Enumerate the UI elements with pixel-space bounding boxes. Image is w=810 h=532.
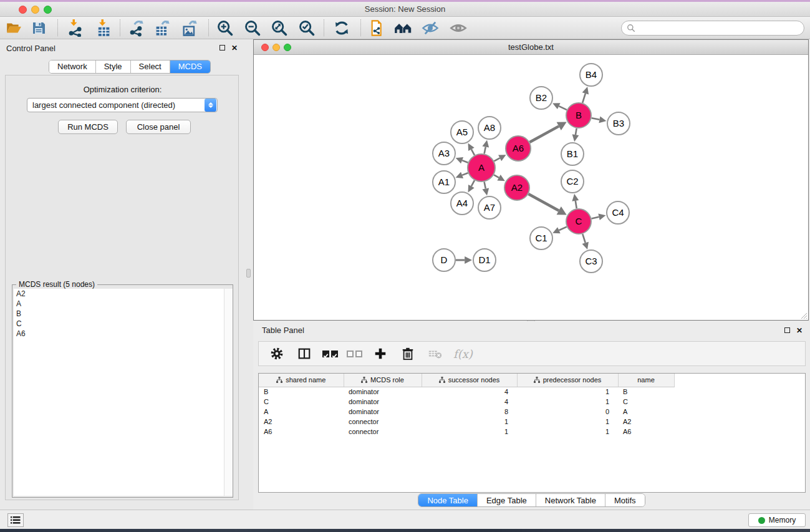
splitter-handle-vertical[interactable]: [246, 269, 251, 278]
graph-edge[interactable]: [591, 217, 599, 219]
show-panel-button[interactable]: [448, 17, 469, 39]
network-minimize-button[interactable]: [272, 44, 280, 51]
graph-edge[interactable]: [471, 149, 475, 155]
network-window-titlebar[interactable]: testGlobe.txt: [254, 40, 808, 55]
graph-edge[interactable]: [592, 118, 600, 120]
mcds-result-item[interactable]: A6: [14, 329, 224, 339]
show-columns-button[interactable]: [295, 344, 314, 363]
delete-table-button[interactable]: [426, 344, 445, 363]
memory-status-icon: [758, 517, 765, 524]
apply-function-button[interactable]: f(x): [453, 347, 473, 360]
graph-edge[interactable]: [559, 106, 567, 110]
hide-panels-button[interactable]: [420, 17, 441, 39]
tab-node-table[interactable]: Node Table: [418, 494, 478, 506]
column-header-shared-name[interactable]: shared name: [259, 374, 344, 387]
import-table-button[interactable]: [93, 17, 114, 39]
add-column-button[interactable]: [371, 344, 390, 363]
graph-node-label: A1: [438, 177, 450, 187]
tab-mcds[interactable]: MCDS: [170, 60, 210, 73]
column-header-mcds-role[interactable]: MCDS role: [344, 374, 422, 387]
network-from-file-button[interactable]: [367, 17, 388, 39]
search-input[interactable]: [635, 22, 804, 34]
search-box[interactable]: [621, 21, 804, 36]
zoom-out-icon: [244, 19, 261, 37]
toolbar-separator: [57, 19, 58, 36]
mcds-result-list[interactable]: A2ABCA6: [14, 289, 224, 496]
table-settings-button[interactable]: [268, 344, 286, 363]
plus-icon: [374, 347, 387, 360]
graph-edge[interactable]: [582, 234, 585, 243]
mcds-result-group: MCDS result (5 nodes) A2ABCA6: [12, 284, 233, 498]
zoom-selected-button[interactable]: [296, 17, 317, 39]
zoom-fit-button[interactable]: [269, 17, 290, 39]
tab-network-table[interactable]: Network Table: [536, 494, 605, 506]
table-row[interactable]: C dominator 4 1 C: [259, 397, 674, 407]
show-log-button[interactable]: [7, 513, 24, 527]
float-table-panel-icon[interactable]: [784, 327, 790, 333]
run-mcds-button[interactable]: Run MCDS: [58, 120, 118, 134]
table-row[interactable]: A2 connector 1 1 A2: [259, 417, 674, 427]
minimize-window-button[interactable]: [31, 6, 39, 14]
graph-node-label: B1: [567, 148, 578, 159]
close-panel-button[interactable]: Close panel: [126, 120, 191, 134]
tab-style[interactable]: Style: [96, 60, 131, 73]
network-canvas[interactable]: B4B2BB3A8A5A6A3B1AA1C2A2A4A7C4CC1C3DD1: [254, 55, 808, 320]
graph-node-label: A3: [438, 148, 450, 158]
graph-edge[interactable]: [485, 147, 486, 154]
close-table-panel-icon[interactable]: ✕: [796, 327, 803, 334]
graph-edge[interactable]: [582, 94, 586, 103]
close-panel-icon[interactable]: ✕: [231, 44, 238, 52]
select-all-button[interactable]: [322, 351, 338, 357]
resize-grip-icon[interactable]: [800, 312, 808, 319]
graph-edge[interactable]: [462, 173, 468, 175]
graph-edge[interactable]: [471, 180, 475, 186]
graph-edge[interactable]: [576, 128, 577, 135]
network-close-button[interactable]: [261, 44, 269, 51]
graph-node-label: C: [576, 216, 582, 226]
table-row[interactable]: B dominator 4 1 B: [259, 387, 674, 397]
mcds-result-item[interactable]: A: [14, 299, 224, 309]
graph-edge[interactable]: [494, 175, 499, 178]
export-network-button[interactable]: [125, 17, 147, 39]
save-session-button[interactable]: [28, 17, 49, 39]
zoom-window-button[interactable]: [44, 6, 52, 14]
graph-edge[interactable]: [462, 160, 468, 163]
graph-edge[interactable]: [576, 201, 577, 208]
memory-button[interactable]: Memory: [748, 513, 806, 527]
column-header-successor-nodes[interactable]: successor nodes: [422, 374, 517, 387]
import-network-button[interactable]: [64, 17, 85, 39]
column-header-predecessor-nodes[interactable]: predecessor nodes: [517, 374, 618, 387]
tab-network[interactable]: Network: [49, 60, 96, 73]
tab-edge-table[interactable]: Edge Table: [478, 494, 536, 506]
home-button[interactable]: [393, 17, 414, 39]
mcds-result-item[interactable]: B: [14, 309, 224, 319]
refresh-layout-button[interactable]: [331, 17, 352, 39]
export-table-button[interactable]: [152, 17, 173, 39]
graph-edge[interactable]: [529, 126, 559, 142]
float-panel-icon[interactable]: [219, 45, 225, 51]
deselect-all-button[interactable]: [347, 351, 362, 357]
graph-edge[interactable]: [485, 182, 486, 189]
graph-edge[interactable]: [559, 227, 566, 231]
graph-edge[interactable]: [494, 158, 499, 161]
open-session-button[interactable]: [3, 17, 24, 39]
mcds-result-title: MCDS result (5 nodes): [16, 280, 97, 289]
mcds-result-item[interactable]: A2: [14, 289, 224, 299]
graph-edge[interactable]: [528, 194, 559, 211]
tab-motifs[interactable]: Motifs: [605, 494, 645, 506]
result-list-scrollbar[interactable]: [224, 289, 233, 496]
criterion-select[interactable]: largest connected component (directed): [27, 98, 218, 112]
zoom-in-button[interactable]: [215, 17, 236, 39]
delete-column-button[interactable]: [398, 344, 417, 363]
graph-edge-arrowhead: [599, 116, 606, 123]
network-zoom-button[interactable]: [284, 44, 291, 51]
column-header-name[interactable]: name: [618, 374, 674, 387]
network-graph: B4B2BB3A8A5A6A3B1AA1C2A2A4A7C4CC1C3DD1: [254, 55, 808, 320]
close-window-button[interactable]: [19, 6, 27, 14]
export-image-button[interactable]: [179, 17, 200, 39]
mcds-result-item[interactable]: C: [14, 319, 224, 329]
zoom-out-button[interactable]: [242, 17, 263, 39]
table-row[interactable]: A dominator 8 0 A: [259, 407, 674, 417]
table-row[interactable]: A6 connector 1 1 A6: [259, 427, 674, 437]
tab-select[interactable]: Select: [131, 60, 170, 73]
